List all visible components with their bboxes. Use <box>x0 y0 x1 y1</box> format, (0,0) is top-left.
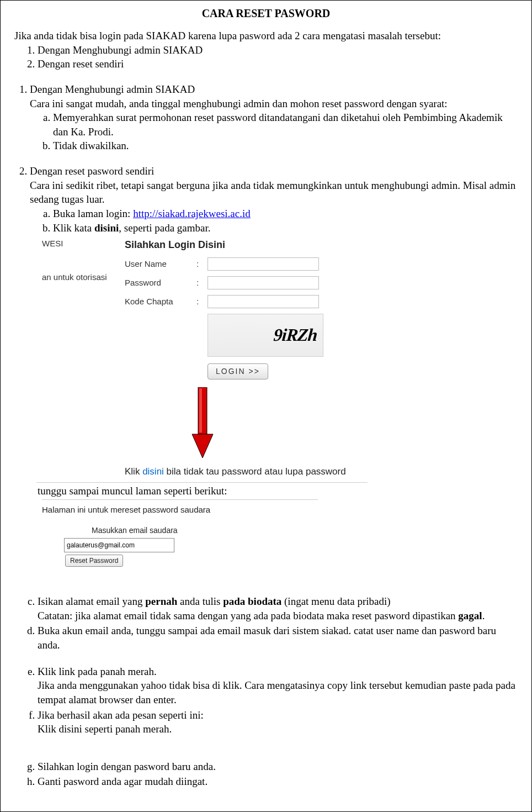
svg-rect-2 <box>199 388 202 433</box>
captcha-text: 9iRZh <box>273 323 318 347</box>
colon: : <box>196 259 208 270</box>
reset-screenshot: Halaman ini untuk mereset password sauda… <box>42 499 318 567</box>
section-2: Dengan reset pasword sendiri Cara ini se… <box>30 164 518 235</box>
auth-fragment: an untuk otorisasi <box>42 272 125 283</box>
captcha-label: Kode Chapta <box>125 296 196 307</box>
email-input[interactable] <box>64 538 174 552</box>
step-f: Jika berhasil akan ada pesan seperti ini… <box>38 708 518 736</box>
step-b-bold: disini <box>94 222 119 234</box>
password-label: Password <box>125 277 196 288</box>
divider <box>36 482 368 483</box>
section-1-b: Tidak diwakilkan. <box>53 139 518 153</box>
colon: : <box>196 277 208 288</box>
steps-list: Isikan alamat email yang pernah anda tul… <box>14 594 518 652</box>
forgot-rest: bila tidak tau password atau lupa passwo… <box>164 466 346 477</box>
forgot-password-row: Klik disini bila tidak tau password atau… <box>125 466 395 480</box>
reset-button[interactable]: Reset Password <box>65 555 123 567</box>
red-arrow-icon <box>191 387 395 463</box>
steps-list-3: Silahkan login dengan pasword baru anda.… <box>14 760 518 789</box>
forgot-disini-link[interactable]: disini <box>142 466 164 477</box>
svg-marker-1 <box>192 434 213 458</box>
forgot-klik: Klik <box>125 466 142 477</box>
step-b-pre: Klik kata <box>53 222 94 234</box>
step-h: Ganti pasword anda agar mudah diingat. <box>38 774 518 789</box>
section-1-body: Cara ini sangat mudah, anda tinggal meng… <box>30 98 448 109</box>
section-1-sublist: Memyerahkan surat permohonan reset passw… <box>30 110 518 153</box>
username-label: User Name <box>125 259 196 270</box>
section-2-body: Cara ini sedikit ribet, tetapi sangat be… <box>30 180 515 205</box>
step-g: Silahkan login dengan pasword baru anda. <box>38 760 518 774</box>
section-2-heading: Dengan reset pasword sendiri <box>30 165 154 177</box>
email-label: Masukkan email saudara <box>92 525 318 536</box>
intro-text: Jika anda tidak bisa login pada SIAKAD k… <box>14 29 518 43</box>
step-d: Buka akun email anda, tunggu sampai ada … <box>38 624 518 652</box>
section-2-sublist: Buka laman login: http://siakad.rajekwes… <box>30 207 518 235</box>
intro-item-2: Dengan reset sendiri <box>38 57 518 71</box>
username-input[interactable] <box>208 257 319 271</box>
step-e: Klik link pada panah merah. Jika anda me… <box>38 665 518 707</box>
login-link[interactable]: http://siakad.rajekwesi.ac.id <box>133 208 251 219</box>
step-a-pre: Buka laman login: <box>53 208 133 219</box>
password-input[interactable] <box>208 276 319 289</box>
reset-heading: Halaman ini untuk mereset password sauda… <box>42 504 318 515</box>
section-1-a: Memyerahkan surat permohonan reset passw… <box>53 110 518 139</box>
login-screenshot: WESI an untuk otorisasi Silahkan Login D… <box>42 238 395 480</box>
step-b-post: , seperti pada gambar. <box>119 222 210 234</box>
steps-list-2: Klik link pada panah merah. Jika anda me… <box>14 665 518 736</box>
main-list: Dengan Menghubungi admin SIAKAD Cara ini… <box>14 82 518 235</box>
brand-fragment: WESI <box>42 238 125 249</box>
intro-item-1: Dengan Menghubungi admin SIAKAD <box>38 43 518 57</box>
step-c: Isikan alamat email yang pernah anda tul… <box>38 594 518 623</box>
login-title: Silahkan Login Disini <box>125 238 395 251</box>
captcha-image: 9iRZh <box>208 314 323 357</box>
wait-text: tunggu sampai muncul laman seperti berik… <box>14 484 518 498</box>
login-button[interactable]: LOGIN >> <box>208 363 268 379</box>
captcha-input[interactable] <box>208 295 319 308</box>
section-1-heading: Dengan Menghubungi admin SIAKAD <box>30 83 195 95</box>
section-2-b: Klik kata disini, seperti pada gambar. <box>53 221 518 235</box>
colon: : <box>196 296 208 307</box>
section-1: Dengan Menghubungi admin SIAKAD Cara ini… <box>30 82 518 164</box>
section-2-a: Buka laman login: http://siakad.rajekwes… <box>53 207 518 221</box>
intro-list: Dengan Menghubungi admin SIAKAD Dengan r… <box>14 43 518 71</box>
page-title: CARA RESET PASWORD <box>14 6 518 21</box>
